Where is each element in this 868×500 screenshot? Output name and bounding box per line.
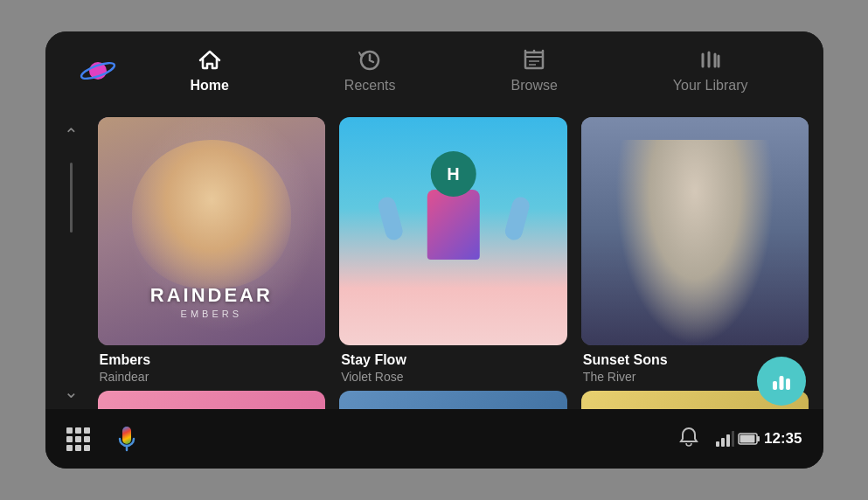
content-area: RAINDEAR EMBERS Embers Raindear (98, 110, 823, 409)
svg-rect-23 (757, 436, 760, 441)
battery-icon (738, 432, 760, 446)
app-logo (63, 52, 133, 90)
grid-dot (75, 445, 81, 451)
svg-rect-3 (525, 52, 543, 68)
signal-icon (715, 430, 734, 448)
album-title-raindear: Embers (100, 352, 324, 368)
microphone-button[interactable] (111, 423, 142, 455)
grid-dot (75, 427, 81, 434)
svg-rect-16 (786, 378, 790, 390)
nav-label-home: Home (190, 78, 228, 94)
album-card-stayflow[interactable]: H Stay Flow Violet Rose (339, 117, 567, 384)
nav-item-browse[interactable]: Browse (490, 41, 579, 101)
grid-dot (84, 436, 90, 442)
stayflow-head-letter: H (430, 151, 476, 197)
album-bottom-row (98, 391, 809, 409)
album-info-raindear: Embers Raindear (98, 352, 326, 384)
stayflow-arm-right (503, 195, 531, 241)
home-icon (198, 48, 222, 73)
album-card-sunset[interactable]: Sunset Sons The River (581, 117, 809, 384)
svg-rect-19 (721, 438, 725, 447)
equalizer-icon (769, 369, 794, 393)
svg-rect-15 (779, 376, 783, 390)
album-cover-raindear: RAINDEAR EMBERS (98, 117, 326, 345)
album-card-raindear[interactable]: RAINDEAR EMBERS Embers Raindear (98, 117, 326, 384)
stayflow-arm-left (377, 195, 405, 241)
svg-rect-24 (740, 435, 755, 443)
bottom-right-status: 12:35 (677, 425, 802, 453)
album-title-stayflow: Stay Flow (341, 352, 566, 368)
album-cover-stayflow: H (339, 117, 567, 345)
nav-label-library: Your Library (673, 78, 748, 94)
raindear-cover-title: RAINDEAR (98, 284, 326, 307)
album-grid: RAINDEAR EMBERS Embers Raindear (98, 117, 809, 391)
nav-label-browse: Browse (511, 78, 558, 94)
apps-button[interactable] (66, 427, 90, 451)
top-navigation: Home Recents (45, 31, 823, 110)
album-cover-sunset (581, 117, 809, 345)
svg-rect-20 (726, 434, 730, 447)
grid-dot (75, 436, 81, 442)
album-artist-raindear: Raindear (100, 370, 324, 384)
album-info-stayflow: Stay Flow Violet Rose (339, 352, 567, 384)
now-playing-fab[interactable] (757, 357, 806, 406)
album-card-bottom-2[interactable] (339, 391, 567, 409)
grid-dot (66, 445, 73, 451)
logo-icon (79, 52, 117, 90)
album-artist-stayflow: Violet Rose (341, 370, 566, 384)
main-content: ⌃ ⌄ RAINDEAR EMBERS (45, 110, 823, 409)
sidebar-scrollbar (70, 163, 73, 233)
scroll-down-button[interactable]: ⌄ (57, 374, 86, 409)
notification-button[interactable] (677, 425, 701, 453)
svg-rect-14 (773, 381, 777, 390)
sidebar: ⌃ ⌄ (45, 110, 98, 409)
grid-dot (66, 436, 73, 442)
bottom-bar: 12:35 (45, 409, 823, 469)
grid-dot (84, 445, 90, 451)
nav-label-recents: Recents (344, 78, 396, 94)
grid-dot (84, 427, 90, 434)
library-icon (698, 48, 723, 73)
album-card-bottom-1[interactable] (98, 391, 326, 409)
nav-item-library[interactable]: Your Library (652, 41, 769, 101)
grid-dot (66, 427, 73, 434)
time-display: 12:35 (764, 430, 802, 448)
svg-rect-18 (716, 441, 719, 447)
scroll-up-button[interactable]: ⌃ (57, 117, 86, 152)
nav-item-recents[interactable]: Recents (323, 41, 417, 101)
browse-icon (522, 48, 546, 73)
nav-item-home[interactable]: Home (169, 41, 249, 101)
stayflow-body (427, 190, 479, 260)
svg-rect-21 (732, 431, 734, 447)
nav-items: Home Recents (133, 41, 806, 101)
grid-icon (66, 427, 90, 451)
device-frame: Home Recents (45, 31, 823, 469)
signal-battery-area: 12:35 (715, 430, 802, 448)
raindear-cover-sub: EMBERS (98, 309, 326, 319)
bottom-left-controls (66, 423, 142, 455)
recents-icon (358, 48, 382, 73)
